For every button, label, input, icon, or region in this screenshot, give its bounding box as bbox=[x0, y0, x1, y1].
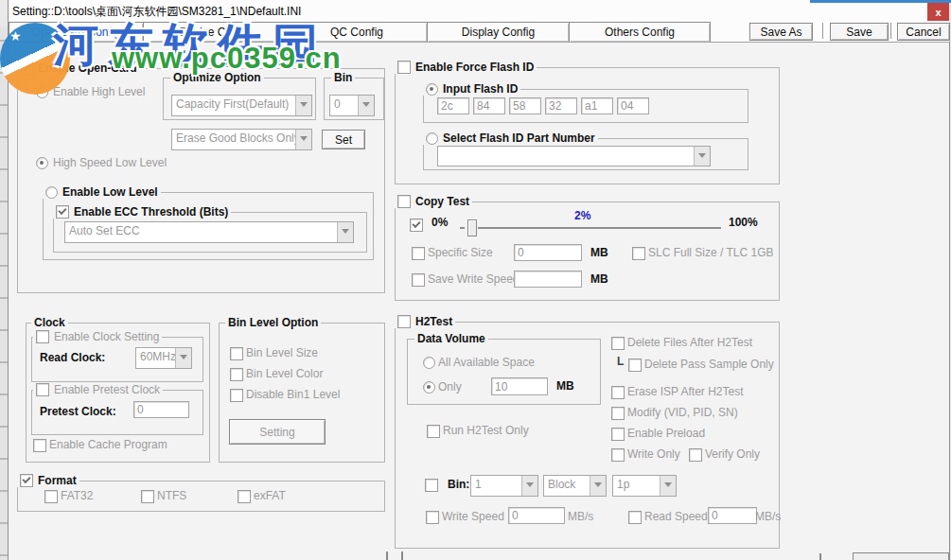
chevron-down-icon[interactable] bbox=[295, 96, 311, 115]
delete-pass-sample-checkbox[interactable] bbox=[628, 359, 642, 372]
fat32-checkbox[interactable] bbox=[44, 490, 58, 503]
only-size-input[interactable] bbox=[491, 377, 548, 395]
chevron-down-icon[interactable] bbox=[175, 348, 191, 368]
enable-open-card-checkbox[interactable] bbox=[20, 61, 33, 75]
ecc-dropdown[interactable]: Auto Set ECC bbox=[64, 221, 354, 243]
modify-vid-pid-sn-checkbox[interactable] bbox=[611, 407, 625, 420]
enable-cache-program-label: Enable Cache Program bbox=[49, 438, 167, 451]
save-write-speed-input[interactable] bbox=[514, 271, 582, 288]
tab-display-config[interactable]: Display Config bbox=[427, 22, 570, 43]
enable-cache-program-checkbox[interactable] bbox=[33, 439, 46, 452]
tab-opencard-config[interactable]: OpenCard Config bbox=[9, 22, 144, 43]
tab-device-config[interactable]: Device Config bbox=[143, 22, 287, 43]
bin-value: 0 bbox=[330, 96, 358, 115]
chevron-down-icon[interactable] bbox=[660, 476, 676, 496]
set-button[interactable]: Set bbox=[322, 130, 365, 149]
disable-bin1-level-checkbox[interactable] bbox=[230, 389, 243, 402]
erase-mode-dropdown[interactable]: Erase Good Blocks Only bbox=[171, 129, 312, 150]
h2test-plane-dropdown[interactable]: 1p bbox=[612, 475, 677, 497]
delete-files-checkbox[interactable] bbox=[611, 337, 625, 350]
read-speed-input[interactable] bbox=[708, 507, 757, 524]
high-speed-low-level-label: High Speed Low Level bbox=[53, 156, 167, 169]
input-flash-id-radio[interactable] bbox=[426, 83, 438, 96]
enable-pretest-clock-checkbox[interactable] bbox=[36, 383, 49, 396]
enable-preload-checkbox[interactable] bbox=[611, 428, 625, 441]
h2test-checkbox[interactable] bbox=[397, 315, 411, 328]
enable-pretest-clock-title: Enable Pretest Clock bbox=[33, 383, 163, 396]
specific-size-checkbox[interactable] bbox=[412, 247, 425, 260]
delete-pass-sample-label: Delete Pass Sample Only bbox=[644, 358, 774, 371]
chevron-down-icon[interactable] bbox=[521, 476, 537, 496]
button-separator bbox=[890, 23, 891, 39]
flash-id-byte-3[interactable] bbox=[545, 97, 577, 114]
pretest-clock-input[interactable] bbox=[133, 401, 189, 418]
enable-high-level-radio[interactable] bbox=[36, 86, 48, 98]
h2test-block-dropdown[interactable]: Block bbox=[543, 475, 607, 497]
all-available-space-radio[interactable] bbox=[423, 357, 435, 369]
flash-id-byte-5[interactable] bbox=[617, 97, 649, 114]
chevron-down-icon[interactable] bbox=[358, 96, 374, 115]
copy-test-range-checkbox[interactable] bbox=[410, 219, 423, 232]
force-flash-id-checkbox[interactable] bbox=[397, 61, 411, 74]
cancel-button[interactable]: Cancel bbox=[897, 23, 950, 41]
read-speed-label: Read Speed bbox=[644, 510, 708, 523]
tab-others-config[interactable]: Others Config bbox=[569, 22, 711, 43]
read-speed-checkbox[interactable] bbox=[628, 511, 642, 524]
high-speed-low-level-radio[interactable] bbox=[36, 157, 48, 169]
bin-level-color-checkbox[interactable] bbox=[230, 368, 243, 381]
run-h2test-only-checkbox[interactable] bbox=[427, 425, 440, 438]
tab-opencard-config-label: OpenCard Config bbox=[32, 26, 120, 39]
exfat-checkbox[interactable] bbox=[238, 490, 251, 503]
ecc-threshold-checkbox[interactable] bbox=[56, 205, 69, 219]
optimize-option-dropdown[interactable]: Capacity First(Default) bbox=[171, 95, 312, 116]
bin-level-setting-button[interactable]: Setting bbox=[229, 419, 326, 445]
enable-high-level-label: Enable High Level bbox=[53, 85, 145, 98]
write-speed-checkbox[interactable] bbox=[426, 511, 439, 524]
flash-id-byte-0[interactable] bbox=[437, 97, 469, 114]
write-speed-input[interactable] bbox=[508, 507, 565, 524]
verify-only-checkbox[interactable] bbox=[689, 448, 702, 462]
bin-row-checkbox[interactable] bbox=[425, 479, 438, 492]
h2test-bin-dropdown[interactable]: 1 bbox=[470, 475, 538, 497]
slider-max-label: 100% bbox=[729, 216, 758, 229]
only-label: Only bbox=[438, 380, 462, 394]
tab-qc-config[interactable]: QC Config bbox=[286, 22, 428, 43]
bin-level-size-checkbox[interactable] bbox=[230, 347, 243, 360]
format-checkbox[interactable] bbox=[20, 474, 33, 487]
part-number-dropdown[interactable] bbox=[437, 146, 711, 166]
save-as-button[interactable]: Save As bbox=[749, 23, 813, 41]
enable-clock-setting-checkbox[interactable] bbox=[36, 330, 49, 343]
close-button[interactable]: x bbox=[927, 3, 949, 21]
flash-id-byte-2[interactable] bbox=[509, 97, 541, 114]
copy-test-checkbox[interactable] bbox=[397, 195, 411, 208]
tab-device-config-label: Device Config bbox=[180, 26, 251, 39]
slider-track[interactable] bbox=[478, 227, 721, 229]
tab-display-config-label: Display Config bbox=[462, 26, 535, 39]
window-top-edge bbox=[810, 0, 951, 3]
bin-title: Bin bbox=[331, 71, 355, 84]
enable-low-level-radio[interactable] bbox=[45, 186, 58, 199]
specific-size-input[interactable] bbox=[514, 244, 582, 261]
flash-id-byte-4[interactable] bbox=[581, 97, 613, 114]
ecc-value: Auto Set ECC bbox=[65, 222, 337, 242]
select-part-number-radio[interactable] bbox=[426, 132, 438, 145]
fat32-label: FAT32 bbox=[61, 489, 93, 502]
chevron-down-icon[interactable] bbox=[337, 222, 353, 242]
save-write-speed-checkbox[interactable] bbox=[412, 273, 425, 287]
write-only-checkbox[interactable] bbox=[611, 448, 625, 462]
chevron-down-icon[interactable] bbox=[295, 130, 311, 149]
erase-isp-checkbox[interactable] bbox=[611, 386, 625, 399]
save-write-speed-label: Save Write Speed bbox=[428, 272, 520, 286]
slc-full-checkbox[interactable] bbox=[632, 247, 645, 260]
enable-low-level-group-title: Enable Low Level bbox=[43, 185, 161, 199]
slider-thumb[interactable] bbox=[467, 219, 477, 236]
input-flash-id-group-title: Input Flash ID bbox=[423, 82, 520, 96]
chevron-down-icon[interactable] bbox=[694, 147, 710, 166]
flash-id-byte-1[interactable] bbox=[473, 97, 505, 114]
ntfs-checkbox[interactable] bbox=[141, 490, 154, 503]
chevron-down-icon[interactable] bbox=[590, 476, 606, 496]
save-button[interactable]: Save bbox=[830, 23, 889, 41]
only-radio[interactable] bbox=[423, 381, 435, 394]
read-clock-dropdown[interactable]: 60MHz bbox=[135, 347, 192, 369]
bin-dropdown[interactable]: 0 bbox=[329, 95, 375, 116]
